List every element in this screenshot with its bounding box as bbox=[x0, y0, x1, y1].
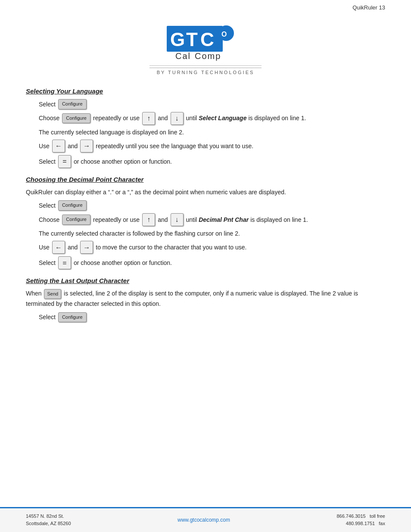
footer-contact: 866.746.3015 toll free 480.998.1751 fax bbox=[336, 513, 385, 528]
svg-text:G: G bbox=[170, 29, 185, 50]
up-arrow-button-2[interactable]: ↑ bbox=[142, 213, 155, 226]
main-content: G T C O Cal Comp by TURNING technologies bbox=[0, 11, 411, 507]
li-inner: Select = or choose another option or fun… bbox=[39, 155, 172, 168]
li-inner: Choose Configure repeatedly or use ↑ and… bbox=[39, 213, 308, 226]
select-label-2: Select bbox=[39, 157, 56, 166]
select-label-4: Select bbox=[39, 258, 56, 268]
logo-area: G T C O Cal Comp by TURNING technologies bbox=[26, 19, 385, 80]
li-inner: Select Configure bbox=[39, 99, 87, 109]
svg-text:Comp: Comp bbox=[195, 51, 221, 61]
choose-label-1: Choose bbox=[39, 113, 59, 123]
logo-divider-container: by TURNING technologies bbox=[26, 65, 385, 75]
decimal-intro: QuikRuler can display either a “.” or a … bbox=[26, 187, 385, 197]
footer-address-line2: Scottsdale, AZ 85260 bbox=[26, 520, 71, 528]
right-arrow-button-1[interactable]: → bbox=[80, 140, 93, 152]
equal-button-2[interactable]: = bbox=[58, 256, 71, 269]
and-text-4: and bbox=[68, 243, 78, 252]
svg-text:O: O bbox=[221, 31, 227, 38]
output-intro-mid: is selected, line 2 of the display is se… bbox=[26, 290, 358, 307]
repeatedly-text-1: repeatedly or use bbox=[93, 113, 140, 123]
and-text-2: and bbox=[68, 141, 78, 151]
footer-fax-row: 480.998.1751 fax bbox=[336, 520, 385, 528]
footer-address-line1: 14557 N. 82nd St. bbox=[26, 513, 71, 520]
until-text-1: until bbox=[186, 113, 197, 123]
list-item: Select Configure bbox=[39, 312, 385, 323]
li-inner: Use ← and → repeatedly until you see the… bbox=[39, 140, 253, 152]
footer-phone-label: toll free bbox=[370, 513, 385, 519]
li-inner: Select = or choose another option or fun… bbox=[39, 256, 172, 269]
page-wrapper: QuikRuler 13 G T C O bbox=[0, 0, 411, 532]
right-arrow-button-2[interactable]: → bbox=[80, 241, 93, 254]
output-bullets: Select Configure bbox=[26, 312, 385, 323]
configure-button-5[interactable]: Configure bbox=[58, 312, 87, 323]
up-arrow-button-1[interactable]: ↑ bbox=[142, 112, 155, 125]
logo-image: G T C O Cal Comp bbox=[162, 24, 249, 64]
footer-fax: 480.998.1751 bbox=[346, 521, 375, 526]
section-heading-decimal: Choosing the Decimal Point Character bbox=[26, 176, 385, 183]
list-item: The currently selected character is foll… bbox=[39, 229, 385, 238]
until-text-2: until bbox=[186, 215, 197, 224]
and-text-3: and bbox=[158, 215, 168, 224]
section-heading-output: Setting the Last Output Character bbox=[26, 277, 385, 284]
svg-text:Cal: Cal bbox=[175, 51, 191, 61]
page-label: QuikRuler 13 bbox=[352, 4, 385, 11]
and-text-1: and bbox=[158, 113, 168, 123]
is-displayed-2: is displayed on line 1. bbox=[250, 215, 308, 224]
li-inner: The currently selected character is foll… bbox=[39, 229, 240, 238]
left-arrow-button-1[interactable]: ← bbox=[52, 140, 65, 152]
li-inner: Select Configure bbox=[39, 200, 87, 211]
select-equal-post-2: or choose another option or function. bbox=[74, 258, 172, 268]
list-item: Select = or choose another option or fun… bbox=[39, 155, 385, 168]
output-intro: When Send is selected, line 2 of the dis… bbox=[26, 289, 385, 308]
send-button-1[interactable]: Send bbox=[44, 289, 61, 299]
svg-text:T: T bbox=[186, 29, 198, 50]
use-label-1: Use bbox=[39, 141, 50, 151]
decimal-pnt-char-bold: Decimal Pnt Char bbox=[199, 215, 249, 224]
list-item: Choose Configure repeatedly or use ↑ and… bbox=[39, 112, 385, 125]
down-arrow-button-2[interactable]: ↓ bbox=[171, 213, 184, 226]
equal-button-1[interactable]: = bbox=[58, 155, 71, 168]
list-item: The currently selected language is displ… bbox=[39, 128, 385, 137]
section-heading-language: Selecting Your Language bbox=[26, 87, 385, 95]
currently-selected-char: The currently selected character is foll… bbox=[39, 229, 240, 238]
configure-button-2[interactable]: Configure bbox=[62, 113, 90, 124]
li-inner: Choose Configure repeatedly or use ↑ and… bbox=[39, 112, 306, 125]
list-item: Use ← and → to move the cursor to the ch… bbox=[39, 241, 385, 254]
configure-button-3[interactable]: Configure bbox=[58, 200, 87, 211]
use-arrows-post-2: to move the cursor to the character that… bbox=[96, 243, 246, 252]
select-label-3: Select bbox=[39, 201, 56, 210]
language-bullets: Select Configure Choose Configure repeat… bbox=[26, 99, 385, 168]
page-footer: 14557 N. 82nd St. Scottsdale, AZ 85260 w… bbox=[0, 507, 411, 532]
footer-website[interactable]: www.gtcocalcomp.com bbox=[177, 517, 230, 523]
svg-text:C: C bbox=[200, 29, 214, 50]
list-item: Select = or choose another option or fun… bbox=[39, 256, 385, 269]
repeatedly-text-2: repeatedly or use bbox=[93, 215, 140, 224]
list-item: Choose Configure repeatedly or use ↑ and… bbox=[39, 213, 385, 226]
choose-label-2: Choose bbox=[39, 215, 59, 224]
logo-divider bbox=[149, 65, 262, 66]
down-arrow-button-1[interactable]: ↓ bbox=[171, 112, 184, 125]
li-inner: The currently selected language is displ… bbox=[39, 128, 184, 137]
select-label-1: Select bbox=[39, 100, 56, 109]
logo-tagline: by TURNING technologies bbox=[149, 68, 262, 75]
configure-button-4[interactable]: Configure bbox=[62, 215, 90, 225]
currently-selected-lang: The currently selected language is displ… bbox=[39, 128, 184, 137]
decimal-bullets: Select Configure Choose Configure repeat… bbox=[26, 200, 385, 269]
list-item: Select Configure bbox=[39, 99, 385, 109]
select-language-bold: Select Language bbox=[199, 113, 246, 123]
li-inner: Use ← and → to move the cursor to the ch… bbox=[39, 241, 246, 254]
logo-svg: G T C O Cal Comp bbox=[162, 24, 249, 62]
footer-fax-label: fax bbox=[379, 521, 385, 526]
is-displayed-1: is displayed on line 1. bbox=[248, 113, 306, 123]
select-label-5: Select bbox=[39, 312, 56, 322]
select-equal-post-1: or choose another option or function. bbox=[74, 157, 172, 166]
footer-address: 14557 N. 82nd St. Scottsdale, AZ 85260 bbox=[26, 513, 71, 528]
use-arrows-post-1: repeatedly until you see the language th… bbox=[96, 141, 253, 151]
configure-button-1[interactable]: Configure bbox=[58, 99, 87, 109]
footer-phone: 866.746.3015 bbox=[336, 513, 365, 519]
footer-phone-row: 866.746.3015 toll free bbox=[336, 513, 385, 520]
use-label-2: Use bbox=[39, 243, 50, 252]
left-arrow-button-2[interactable]: ← bbox=[52, 241, 65, 254]
list-item: Use ← and → repeatedly until you see the… bbox=[39, 140, 385, 152]
list-item: Select Configure bbox=[39, 200, 385, 211]
